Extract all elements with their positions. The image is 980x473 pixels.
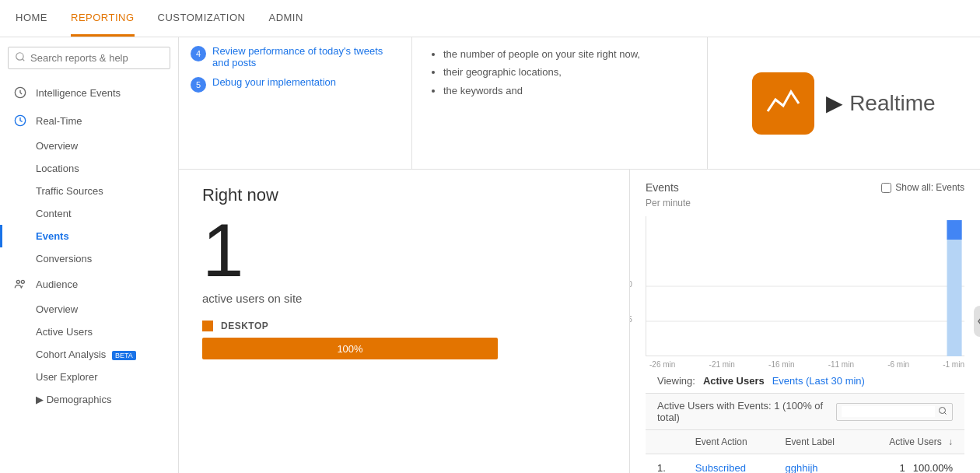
chart-header: Events Show all: Events (646, 181, 964, 194)
realtime-icon (12, 113, 28, 128)
banner-item-5: 5 Debug your implementation (191, 76, 400, 93)
sidebar-item-intelligence-events[interactable]: Intelligence Events (0, 79, 178, 107)
sidebar-sub-overview[interactable]: Overview (0, 135, 178, 157)
audience-icon (12, 276, 28, 292)
collapse-handle[interactable] (974, 306, 980, 337)
col-active-users[interactable]: Active Users ↓ (860, 430, 964, 454)
main-layout: Intelligence Events Real-Time Overview L… (0, 37, 980, 473)
banner-link-4[interactable]: Review performance of today's tweets and… (212, 45, 400, 68)
svg-line-1 (23, 59, 25, 61)
col-num (646, 430, 684, 454)
search-input[interactable] (30, 52, 163, 64)
sidebar-item-realtime[interactable]: Real-Time (0, 107, 178, 135)
table-search-input[interactable] (842, 406, 935, 417)
svg-rect-8 (947, 220, 962, 356)
sidebar-sub-user-explorer[interactable]: User Explorer (0, 366, 178, 388)
feature-list: the number of people on your site right … (428, 45, 691, 100)
viewing-bar: Viewing: Active Users Events (Last 30 mi… (646, 369, 964, 394)
row-num: 1. (646, 454, 684, 474)
gridline-label-5: 5.0 (630, 280, 632, 289)
gridline-label-2-5: 2.5 (630, 315, 632, 324)
show-all-checkbox[interactable] (881, 183, 891, 193)
sidebar-sub-content[interactable]: Content (0, 202, 178, 225)
feature-item-1: the number of people on your site right … (443, 45, 691, 63)
sidebar-sub-cohort-analysis[interactable]: Cohort Analysis BETA (0, 343, 178, 366)
device-row: DESKTOP (202, 321, 606, 331)
events-table: Event Action Event Label Active Users ↓ … (646, 430, 964, 473)
realtime-label: Real-Time (36, 115, 82, 127)
chart-x-labels: -26 min -21 min -16 min -11 min -6 min -… (646, 360, 964, 369)
row-event-action: Subscribed (684, 454, 774, 474)
top-navigation: HOME REPORTING CUSTOMIZATION ADMIN (0, 0, 980, 37)
row-active-users: 1 100.00% (860, 454, 964, 474)
device-color-indicator (202, 321, 213, 331)
table-search-icon (938, 406, 947, 418)
show-all-text: Show all: Events (895, 182, 964, 193)
top-banner: 4 Review performance of today's tweets a… (179, 37, 980, 170)
svg-point-5 (21, 280, 24, 283)
table-summary-text: Active Users with Events: 1 (100% of tot… (657, 400, 836, 423)
active-users-count: 1 (899, 462, 905, 473)
feature-item-3: the keywords and (443, 82, 691, 100)
sidebar-sub-audience-overview[interactable]: Overview (0, 298, 178, 321)
intelligence-icon (12, 85, 28, 100)
svg-point-0 (16, 53, 23, 60)
banner-left: 4 Review performance of today's tweets a… (179, 37, 412, 169)
svg-point-4 (16, 280, 19, 283)
sidebar-sub-active-users[interactable]: Active Users (0, 321, 178, 343)
sidebar-sub-traffic-sources[interactable]: Traffic Sources (0, 180, 178, 202)
realtime-section: Right now 1 active users on site DESKTOP… (179, 170, 980, 473)
banner-num-4: 4 (191, 46, 206, 61)
nav-home[interactable]: HOME (16, 1, 47, 37)
right-now-label: Right now (202, 185, 606, 205)
device-progress-bar: 100% (202, 338, 498, 359)
search-box[interactable] (8, 47, 170, 69)
nav-reporting[interactable]: REPORTING (71, 1, 135, 37)
sidebar-sub-locations[interactable]: Locations (0, 157, 178, 180)
x-label-2: -21 min (709, 360, 735, 369)
audience-label: Audience (36, 279, 78, 290)
realtime-logo (752, 72, 814, 135)
nav-admin[interactable]: ADMIN (268, 1, 303, 37)
content-area: 4 Review performance of today's tweets a… (179, 37, 980, 473)
realtime-brand-text: ▶ Realtime (826, 90, 935, 116)
svg-rect-9 (947, 220, 962, 240)
row-event-label: gghhijh (774, 454, 861, 474)
events-link[interactable]: Events (Last 30 min) (772, 375, 865, 387)
sidebar-item-audience[interactable]: Audience (0, 270, 178, 298)
active-users-pct: 100.00% (913, 462, 953, 473)
chart-subtitle: Per minute (646, 198, 964, 208)
feature-item-2: their geographic locations, (443, 63, 691, 81)
table-header-row: Event Action Event Label Active Users ↓ (646, 430, 964, 454)
x-label-3: -16 min (768, 360, 794, 369)
col-event-label: Event Label (774, 430, 861, 454)
active-users-tab[interactable]: Active Users (703, 375, 765, 387)
event-label-link[interactable]: gghhijh (786, 462, 818, 473)
banner-link-5[interactable]: Debug your implementation (212, 76, 336, 88)
viewing-label: Viewing: (657, 375, 695, 387)
sidebar-sub-demographics[interactable]: ▶ Demographics (0, 388, 178, 411)
x-label-4: -11 min (828, 360, 854, 369)
col-event-action: Event Action (684, 430, 774, 454)
banner-middle: the number of people on your site right … (412, 37, 708, 169)
event-action-link[interactable]: Subscribed (695, 462, 746, 473)
table-summary-bar: Active Users with Events: 1 (100% of tot… (646, 394, 964, 430)
sidebar-sub-events[interactable]: Events (0, 225, 178, 247)
nav-customization[interactable]: CUSTOMIZATION (158, 1, 246, 37)
x-label-1: -26 min (649, 360, 675, 369)
svg-line-11 (944, 412, 946, 414)
active-count: 1 (202, 213, 606, 288)
chart-title: Events (646, 181, 679, 194)
banner-right: ▶ Realtime (708, 37, 980, 169)
sort-icon: ↓ (948, 436, 953, 447)
beta-badge: BETA (112, 351, 136, 360)
chart-area: 5.0 2.5 (646, 216, 964, 356)
search-icon (15, 51, 26, 65)
show-all-events[interactable]: Show all: Events (881, 182, 964, 193)
banner-num-5: 5 (191, 77, 206, 93)
x-label-5: -6 min (887, 360, 909, 369)
device-label: DESKTOP (221, 321, 268, 331)
device-percent-label: 100% (337, 343, 362, 355)
sidebar-sub-conversions[interactable]: Conversions (0, 247, 178, 270)
table-search-box[interactable] (836, 403, 953, 421)
